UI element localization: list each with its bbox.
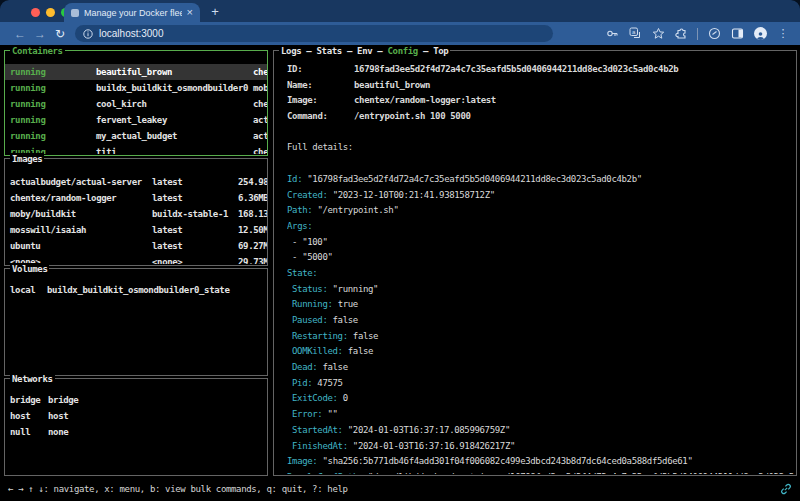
extension-badge-icon[interactable] [707, 27, 721, 41]
config-key: ExitCode: [292, 393, 338, 403]
images-list: actualbudget/actual-serverlatest254.98ch… [5, 174, 267, 264]
config-key: Pid: [292, 378, 312, 388]
image-size: 6.36MB [238, 190, 267, 206]
config-summary-line: Name:beautiful_brown [287, 78, 795, 94]
profile-avatar-icon[interactable] [753, 27, 767, 41]
config-detail-line: Created: "2023-12-10T00:21:41.938158712Z… [287, 188, 795, 204]
image-row[interactable]: chentex/random-loggerlatest6.36MB [5, 190, 267, 206]
config-detail-line: ExitCode: 0 [287, 391, 795, 407]
image-tag: latest [152, 190, 238, 206]
container-image: che [253, 96, 267, 112]
images-panel-title: Images [10, 153, 44, 165]
config-key: Path: [287, 205, 312, 215]
networks-panel-title: Networks [10, 373, 55, 385]
image-tag: latest [152, 174, 238, 190]
volume-row[interactable]: localbuildx_buildkit_osmondbuilder0_stat… [5, 282, 267, 298]
image-size: 254.98 [238, 174, 267, 190]
config-summary-line: Command:/entrypoint.sh 100 5000 [287, 109, 795, 125]
container-row[interactable]: runningbeautiful_brownche [5, 64, 267, 80]
browser-tab-bar: Manage your Docker fleet wi × + [0, 0, 800, 22]
detail-tabs: Logs — Stats — Env — Config — Top [279, 45, 450, 57]
tab-logs[interactable]: Logs [281, 46, 301, 56]
network-driver: null [10, 424, 48, 440]
config-summary-line: ID:16798fad3ee5d2f4d72a4c7c35eafd5b5d040… [287, 62, 795, 78]
container-name: beautiful_brown [96, 64, 253, 80]
image-row[interactable]: mosswill/isaiahlatest12.50M [5, 222, 267, 238]
bookmark-star-icon[interactable] [651, 27, 665, 41]
forward-icon[interactable]: → [30, 27, 50, 41]
images-panel: Images actualbudget/actual-serverlatest2… [4, 158, 268, 266]
browser-window: Manage your Docker fleet wi × + ← → ↻ lo… [0, 0, 800, 501]
container-row[interactable]: runningbuildx_buildkit_osmondbuilder0mob [5, 80, 267, 96]
network-row[interactable]: bridgebridge [5, 392, 267, 408]
config-detail-line [287, 125, 795, 141]
config-key: Status: [292, 284, 327, 294]
tab-config[interactable]: Config [388, 46, 418, 56]
image-name: ubuntu [10, 238, 152, 254]
config-summary-value: 16798fad3ee5d2f4d72a4c7c35eafd5b5d040694… [354, 64, 678, 74]
config-summary-value: beautiful_brown [354, 80, 430, 90]
close-window-button[interactable] [31, 8, 40, 17]
menu-dots-icon[interactable]: ⋮ [776, 27, 790, 41]
config-summary-label: Name: [287, 78, 354, 94]
tab-title: Manage your Docker fleet wi [84, 8, 182, 18]
back-icon[interactable]: ← [10, 27, 30, 41]
network-driver: host [10, 408, 48, 424]
config-summary-value: /entrypoint.sh 100 5000 [354, 111, 471, 121]
link-icon[interactable] [780, 483, 792, 495]
password-key-icon[interactable] [605, 27, 619, 41]
network-row[interactable]: hosthost [5, 408, 267, 424]
extensions-puzzle-icon[interactable] [674, 27, 688, 41]
config-key: OOMKilled: [292, 346, 343, 356]
image-row[interactable]: ubuntulatest69.27M [5, 238, 267, 254]
tab-separator: — [301, 46, 316, 56]
translate-icon[interactable]: a [628, 27, 642, 41]
config-detail-line: Paused: false [287, 313, 795, 329]
toolbar-icon-cluster: a ⋮ [605, 27, 790, 41]
config-key: Created: [287, 190, 328, 200]
tab-env[interactable]: Env [357, 46, 372, 56]
config-detail-line: Error: "" [287, 407, 795, 423]
volume-driver: local [10, 282, 47, 298]
tab-stats[interactable]: Stats [317, 46, 342, 56]
container-image: act [253, 112, 267, 128]
image-size: 12.50M [238, 222, 267, 238]
network-name: bridge [48, 392, 78, 408]
config-detail-line [287, 156, 795, 172]
tab-close-icon[interactable]: × [187, 7, 193, 18]
minimize-window-button[interactable] [46, 8, 55, 17]
image-row[interactable]: moby/buildkitbuildx-stable-1168.13 [5, 206, 267, 222]
container-row[interactable]: runningcool_kirchche [5, 96, 267, 112]
containers-list: runningbeautiful_browncherunningbuildx_b… [5, 64, 267, 154]
side-panel-icon[interactable] [730, 27, 744, 41]
containers-panel: Containers runningbeautiful_browncherunn… [4, 50, 268, 156]
config-key: ResolvConfPath: [287, 472, 363, 474]
containers-panel-title: Containers [10, 45, 65, 57]
container-status: running [10, 112, 96, 128]
network-name: none [48, 424, 68, 440]
config-detail-line: Dead: false [287, 360, 795, 376]
container-row[interactable]: runningmy_actual_budgetact [5, 128, 267, 144]
network-row[interactable]: nullnone [5, 424, 267, 440]
config-key: StartedAt: [292, 425, 343, 435]
config-detail-line: Id: "16798fad3ee5d2f4d72a4c7c35eafd5b5d0… [287, 172, 795, 188]
tab-top[interactable]: Top [433, 46, 448, 56]
container-name: cool_kirch [96, 96, 253, 112]
container-image: act [253, 128, 267, 144]
browser-tab[interactable]: Manage your Docker fleet wi × [64, 3, 200, 22]
container-status: running [10, 128, 96, 144]
config-key: Error: [292, 409, 322, 419]
image-tag: buildx-stable-1 [152, 206, 238, 222]
config-detail-line: State: [287, 266, 795, 282]
detail-body[interactable]: ID:16798fad3ee5d2f4d72a4c7c35eafd5b5d040… [275, 62, 795, 474]
container-image: che [253, 144, 267, 154]
container-name: fervent_leakey [96, 112, 253, 128]
reload-icon[interactable]: ↻ [50, 27, 70, 41]
container-row[interactable]: runningfervent_leakeyact [5, 112, 267, 128]
site-info-icon[interactable] [83, 29, 93, 39]
config-summary-label: Image: [287, 93, 354, 109]
image-row[interactable]: actualbudget/actual-serverlatest254.98 [5, 174, 267, 190]
address-bar[interactable]: localhost:3000 [75, 25, 553, 42]
config-key: Dead: [292, 362, 317, 372]
new-tab-button[interactable]: + [207, 4, 223, 20]
